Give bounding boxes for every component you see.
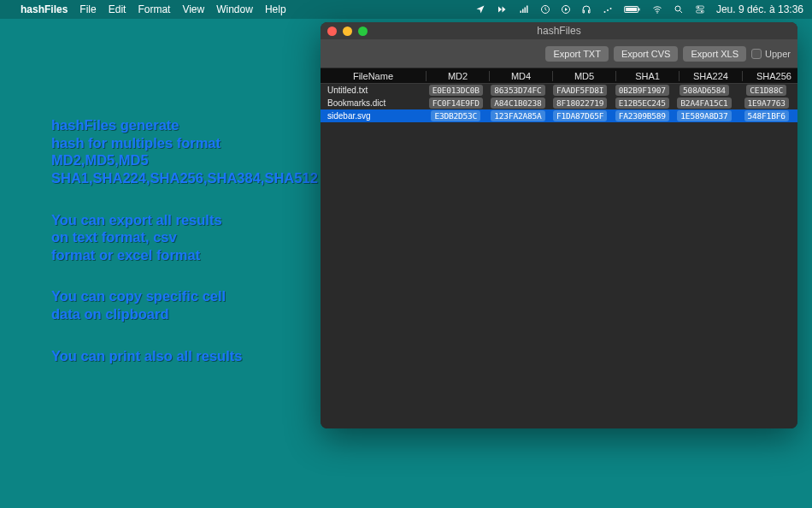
- cell-hash: B2A4FA15C1: [674, 97, 736, 109]
- battery-icon[interactable]: [624, 4, 641, 15]
- promo-line: format or excel format: [51, 246, 318, 264]
- menu-window[interactable]: Window: [216, 3, 253, 15]
- promo-line: You can export all results: [51, 211, 318, 229]
- promo-text: hashFiles generate hash for multiples fo…: [51, 116, 318, 388]
- hash-chip[interactable]: E3DB2D53C: [431, 110, 480, 121]
- menu-help[interactable]: Help: [265, 3, 286, 15]
- table-header-row: FileName MD2 MD4 MD5 SHA1 SHA224 SHA256: [321, 68, 797, 84]
- svg-point-3: [607, 9, 609, 11]
- menubar-status-area: Jeu. 9 déc. à 13:36: [475, 3, 803, 15]
- table-body: Untitled.txtE0E013DC0B86353D74FCFAADF5FD…: [321, 84, 797, 428]
- col-sha256[interactable]: SHA256: [743, 71, 797, 81]
- search-icon[interactable]: [674, 4, 684, 15]
- svg-point-13: [701, 11, 703, 13]
- hash-chip[interactable]: 0B2B9F1907: [615, 85, 669, 96]
- headphones-icon[interactable]: [581, 4, 591, 15]
- promo-line: hash for multiples format: [51, 134, 318, 152]
- hash-chip[interactable]: E0E013DC0B: [429, 85, 483, 96]
- svg-point-4: [609, 8, 611, 9]
- macos-menubar: hashFiles File Edit Format View Window H…: [0, 0, 812, 19]
- cell-hash: E3DB2D53C: [425, 110, 487, 121]
- promo-line: MD2,MD5,MD5: [51, 151, 318, 169]
- hash-chip[interactable]: F1DA87D65F: [553, 110, 607, 121]
- play-circle-icon[interactable]: [561, 4, 571, 15]
- cell-hash: 1E9A7763: [735, 97, 797, 109]
- svg-point-2: [603, 11, 605, 13]
- fastforward-icon[interactable]: [496, 4, 508, 15]
- hash-chip[interactable]: 86353D74FC: [491, 85, 544, 96]
- table-row[interactable]: Untitled.txtE0E013DC0B86353D74FCFAADF5FD…: [321, 84, 797, 97]
- menu-format[interactable]: Format: [138, 3, 170, 15]
- cell-hash: FA2309B589: [611, 110, 674, 121]
- svg-point-11: [697, 7, 699, 9]
- hash-chip[interactable]: 8F18022719: [553, 97, 607, 109]
- cell-hash: 123FA2A85A: [487, 110, 550, 121]
- menu-edit[interactable]: Edit: [109, 3, 127, 15]
- cell-hash: 0B2B9F1907: [611, 85, 674, 96]
- col-sha1[interactable]: SHA1: [616, 71, 680, 81]
- toolbar: Export TXT Export CVS Export XLS Upper: [321, 39, 797, 68]
- app-window: hashFiles Export TXT Export CVS Export X…: [321, 22, 797, 428]
- hash-chip[interactable]: 548F1BF6: [744, 110, 789, 121]
- col-filename[interactable]: FileName: [321, 71, 427, 81]
- table-row[interactable]: Bookmarks.dictFC0F14E9FDA84C1B02388F1802…: [321, 97, 797, 109]
- dots-icon[interactable]: [602, 4, 614, 15]
- cell-hash: F1DA87D65F: [549, 110, 611, 121]
- clock-icon[interactable]: [540, 4, 550, 15]
- menubar-appname[interactable]: hashFiles: [21, 3, 68, 15]
- export-txt-button[interactable]: Export TXT: [545, 46, 608, 62]
- window-title: hashFiles: [321, 25, 797, 37]
- promo-line: hashFiles generate: [51, 116, 318, 134]
- hash-chip[interactable]: B2A4FA15C1: [677, 97, 731, 109]
- wifi-icon[interactable]: [651, 4, 663, 15]
- hash-chip[interactable]: 508AD6584: [680, 85, 729, 96]
- window-titlebar[interactable]: hashFiles: [321, 22, 797, 39]
- hash-chip[interactable]: FAADF5FD8I: [553, 85, 607, 96]
- cell-hash: FC0F14E9FD: [425, 97, 487, 109]
- cell-hash: 548F1BF6: [735, 110, 797, 121]
- svg-point-8: [656, 12, 658, 14]
- cell-hash: E0E013DC0B: [425, 85, 487, 96]
- svg-rect-12: [696, 10, 703, 13]
- menu-file[interactable]: File: [79, 3, 96, 15]
- hash-chip[interactable]: A84C1B0238: [491, 97, 544, 109]
- export-xls-button[interactable]: Export XLS: [683, 46, 746, 62]
- hash-chip[interactable]: FA2309B589: [615, 110, 669, 121]
- promo-line: You can print also all results: [51, 347, 318, 365]
- hash-chip[interactable]: 1E9A7763: [744, 97, 789, 109]
- menubar-left: hashFiles File Edit Format View Window H…: [9, 3, 286, 15]
- col-md2[interactable]: MD2: [427, 71, 490, 81]
- cell-hash: 508AD6584: [674, 85, 736, 96]
- control-center-icon[interactable]: [694, 4, 706, 15]
- hash-chip[interactable]: E12B5EC245: [615, 97, 669, 109]
- promo-line: You can copy specific cell: [51, 287, 318, 305]
- cell-hash: 8F18022719: [549, 97, 611, 109]
- location-icon[interactable]: [475, 4, 485, 15]
- cell-hash: A84C1B0238: [487, 97, 550, 109]
- col-sha224[interactable]: SHA224: [680, 71, 743, 81]
- hash-chip[interactable]: FC0F14E9FD: [429, 97, 483, 109]
- promo-line: SHA1,SHA224,SHA256,SHA384,SHA512: [51, 169, 318, 187]
- menu-view[interactable]: View: [182, 3, 204, 15]
- upper-label: Upper: [765, 49, 791, 59]
- col-md5[interactable]: MD5: [553, 71, 616, 81]
- cell-filename: sidebar.svg: [321, 111, 425, 121]
- cell-filename: Untitled.txt: [321, 86, 425, 95]
- svg-rect-6: [626, 8, 637, 11]
- promo-line: on text format, csv: [51, 228, 318, 246]
- svg-rect-7: [638, 9, 639, 11]
- checkbox-icon[interactable]: [751, 49, 762, 59]
- svg-point-9: [675, 6, 680, 11]
- cell-hash: E12B5EC245: [611, 97, 674, 109]
- export-cvs-button[interactable]: Export CVS: [614, 46, 678, 62]
- promo-line: data on clipboard: [51, 305, 318, 323]
- hash-chip[interactable]: 123FA2A85A: [491, 110, 544, 121]
- hash-chip[interactable]: CE1D88C: [746, 85, 786, 96]
- menubar-clock[interactable]: Jeu. 9 déc. à 13:36: [716, 3, 803, 15]
- hash-chip[interactable]: 1E589A8D37: [677, 110, 731, 121]
- signal-icon[interactable]: [518, 4, 530, 15]
- table-row[interactable]: sidebar.svgE3DB2D53C123FA2A85AF1DA87D65F…: [321, 109, 797, 122]
- upper-toggle[interactable]: Upper: [751, 49, 791, 59]
- col-md4[interactable]: MD4: [490, 71, 553, 81]
- cell-hash: 86353D74FC: [487, 85, 550, 96]
